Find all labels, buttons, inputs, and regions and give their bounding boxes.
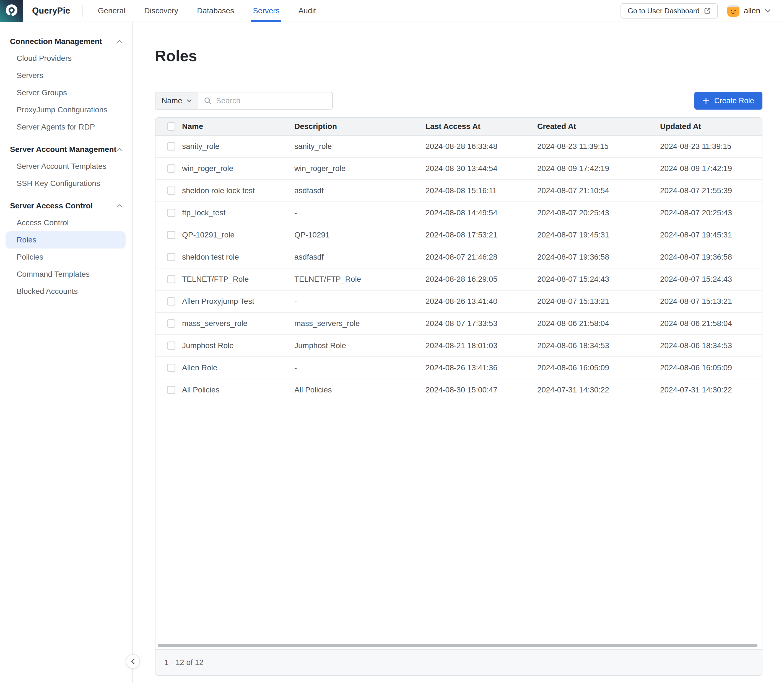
cell-created_at: 2024-08-23 11:39:15	[530, 142, 652, 151]
cell-name: sanity_role	[175, 142, 285, 151]
user-name: allen	[744, 6, 760, 15]
cell-created_at: 2024-08-09 17:42:19	[530, 164, 652, 173]
column-header-last-access-at[interactable]: Last Access At	[418, 122, 530, 131]
cell-name: QP-10291_role	[175, 231, 285, 239]
cell-last_access_at: 2024-08-28 16:33:48	[418, 142, 530, 151]
sidebar-item-server-account-templates[interactable]: Server Account Templates	[0, 158, 132, 175]
row-checkbox[interactable]	[167, 297, 175, 306]
column-header-description[interactable]: Description	[285, 122, 418, 131]
sidebar-section-header[interactable]: Connection Management	[0, 35, 132, 48]
sidebar-item-server-agents-for-rdp[interactable]: Server Agents for RDP	[0, 119, 132, 136]
table-row[interactable]: ftp_lock_test-2024-08-08 14:49:542024-08…	[155, 202, 762, 224]
querypie-logo[interactable]	[0, 0, 23, 22]
chevron-left-icon	[130, 658, 135, 665]
row-checkbox[interactable]	[167, 319, 175, 328]
table-row[interactable]: Allen Proxyjump Test-2024-08-26 13:41:40…	[155, 290, 762, 313]
sidebar-section-connection-management: Connection ManagementCloud ProvidersServ…	[0, 35, 132, 136]
sidebar-item-server-groups[interactable]: Server Groups	[0, 84, 132, 101]
sidebar-collapse-button[interactable]	[126, 654, 140, 669]
cell-description: -	[285, 297, 418, 306]
row-checkbox[interactable]	[167, 342, 175, 350]
table-row[interactable]: Jumphost RoleJumphost Role2024-08-21 18:…	[155, 335, 762, 357]
cell-updated_at: 2024-08-07 20:25:43	[652, 208, 762, 217]
column-header-created-at[interactable]: Created At	[530, 122, 652, 131]
row-checkbox[interactable]	[167, 386, 175, 394]
table-row[interactable]: TELNET/FTP_RoleTELNET/FTP_Role2024-08-28…	[155, 268, 762, 290]
main-nav: GeneralDiscoveryDatabasesServersAudit	[88, 0, 326, 22]
sidebar-item-cloud-providers[interactable]: Cloud Providers	[0, 50, 132, 67]
sidebar-section-title: Connection Management	[10, 37, 102, 46]
tab-servers[interactable]: Servers	[243, 0, 289, 22]
table-row[interactable]: Allen Role-2024-08-26 13:41:362024-08-06…	[155, 357, 762, 379]
header-divider	[82, 5, 83, 17]
page-title: Roles	[155, 46, 762, 65]
filter-field-label: Name	[162, 96, 182, 105]
tab-databases[interactable]: Databases	[187, 0, 243, 22]
go-to-user-dashboard-button[interactable]: Go to User Dashboard	[621, 3, 718, 19]
cell-name: Allen Proxyjump Test	[175, 297, 285, 306]
cell-last_access_at: 2024-08-30 15:00:47	[418, 385, 530, 394]
column-header-updated-at[interactable]: Updated At	[652, 122, 762, 131]
plus-icon	[703, 98, 709, 104]
search-input[interactable]	[216, 96, 327, 105]
row-checkbox[interactable]	[167, 142, 175, 151]
horizontal-scrollbar[interactable]	[158, 644, 757, 647]
sidebar-item-access-control[interactable]: Access Control	[0, 214, 132, 231]
cell-last_access_at: 2024-08-07 21:46:28	[418, 253, 530, 261]
row-checkbox-cell	[155, 297, 175, 306]
row-checkbox[interactable]	[167, 253, 175, 261]
table-row[interactable]: All PoliciesAll Policies2024-08-30 15:00…	[155, 379, 762, 401]
cell-updated_at: 2024-08-07 19:45:31	[652, 231, 762, 239]
user-menu[interactable]: allen	[727, 5, 771, 17]
row-checkbox[interactable]	[167, 275, 175, 284]
tab-audit[interactable]: Audit	[289, 0, 326, 22]
cell-last_access_at: 2024-08-08 14:49:54	[418, 208, 530, 217]
filter-field-dropdown[interactable]: Name	[155, 93, 198, 109]
search-filter: Name	[155, 92, 333, 110]
row-checkbox[interactable]	[167, 186, 175, 195]
table-row[interactable]: win_roger_rolewin_roger_role2024-08-30 1…	[155, 158, 762, 180]
create-role-button[interactable]: Create Role	[694, 92, 762, 110]
table-row[interactable]: mass_servers_rolemass_servers_role2024-0…	[155, 313, 762, 335]
sidebar-item-servers[interactable]: Servers	[0, 67, 132, 84]
sidebar-item-roles[interactable]: Roles	[6, 231, 126, 249]
sidebar-item-blocked-accounts[interactable]: Blocked Accounts	[0, 283, 132, 300]
cell-updated_at: 2024-08-06 18:34:53	[652, 341, 762, 350]
sidebar-item-ssh-key-configurations[interactable]: SSH Key Configurations	[0, 175, 132, 192]
column-header-name[interactable]: Name	[175, 122, 285, 131]
cell-updated_at: 2024-08-07 19:36:58	[652, 253, 762, 261]
sidebar-section-server-account-management: Server Account ManagementServer Account …	[0, 143, 132, 192]
tab-general[interactable]: General	[88, 0, 135, 22]
table-row[interactable]: sanity_rolesanity_role2024-08-28 16:33:4…	[155, 136, 762, 158]
row-checkbox[interactable]	[167, 164, 175, 173]
sidebar-section-header[interactable]: Server Account Management	[0, 143, 132, 156]
row-checkbox[interactable]	[167, 364, 175, 372]
cell-updated_at: 2024-08-07 21:55:39	[652, 186, 762, 195]
row-checkbox[interactable]	[167, 208, 175, 217]
cell-name: sheldon role lock test	[175, 186, 285, 195]
cell-description: TELNET/FTP_Role	[285, 275, 418, 284]
cell-last_access_at: 2024-08-21 18:01:03	[418, 341, 530, 350]
cell-last_access_at: 2024-08-07 17:33:53	[418, 319, 530, 328]
sidebar-section-header[interactable]: Server Access Control	[0, 200, 132, 212]
toolbar: Name	[155, 92, 762, 110]
table-row[interactable]: sheldon role lock testasdfasdf2024-08-08…	[155, 180, 762, 202]
cell-name: TELNET/FTP_Role	[175, 275, 285, 284]
sidebar-item-proxyjump-configurations[interactable]: ProxyJump Configurations	[0, 101, 132, 119]
select-all-checkbox[interactable]	[167, 122, 175, 131]
cell-description: mass_servers_role	[285, 319, 418, 328]
table-row[interactable]: sheldon test roleasdfasdf2024-08-07 21:4…	[155, 246, 762, 268]
cell-description: Jumphost Role	[285, 341, 418, 350]
sidebar-item-policies[interactable]: Policies	[0, 249, 132, 266]
tab-discovery[interactable]: Discovery	[135, 0, 187, 22]
sidebar-item-command-templates[interactable]: Command Templates	[0, 266, 132, 283]
chevron-up-icon	[117, 40, 122, 43]
cell-name: sheldon test role	[175, 253, 285, 261]
cell-last_access_at: 2024-08-08 17:53:21	[418, 231, 530, 239]
cell-created_at: 2024-08-07 19:45:31	[530, 231, 652, 239]
row-checkbox[interactable]	[167, 231, 175, 239]
row-checkbox-cell	[155, 164, 175, 173]
external-link-icon	[704, 8, 711, 14]
row-checkbox-cell	[155, 386, 175, 394]
table-row[interactable]: QP-10291_roleQP-102912024-08-08 17:53:21…	[155, 224, 762, 246]
